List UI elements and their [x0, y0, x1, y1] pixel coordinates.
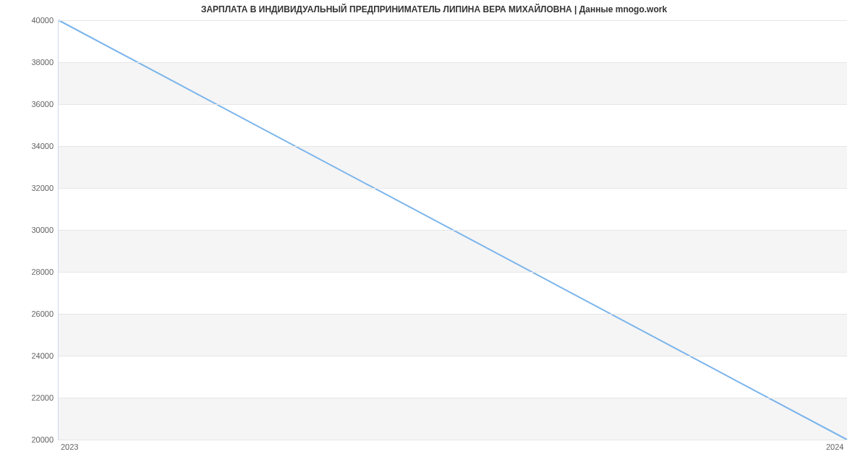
x-tick-label: 2024	[826, 443, 843, 451]
x-tick-label: 2023	[61, 443, 78, 451]
gridline	[59, 356, 847, 356]
y-tick-label: 20000	[17, 435, 54, 444]
gridline	[59, 230, 847, 231]
salary-line-chart: ЗАРПЛАТА В ИНДИВИДУАЛЬНЫЙ ПРЕДПРИНИМАТЕЛ…	[0, 0, 868, 470]
gridline	[59, 272, 847, 273]
gridline	[59, 398, 847, 398]
chart-title: ЗАРПЛАТА В ИНДИВИДУАЛЬНЫЙ ПРЕДПРИНИМАТЕЛ…	[0, 4, 868, 14]
y-tick-label: 40000	[17, 16, 54, 25]
gridline	[59, 314, 847, 315]
gridline	[59, 146, 847, 147]
y-tick-label: 30000	[17, 226, 54, 234]
gridline	[59, 62, 847, 63]
gridline	[59, 440, 847, 440]
plot-area	[58, 20, 847, 440]
y-tick-label: 34000	[17, 142, 54, 150]
gridline	[59, 188, 847, 189]
y-tick-label: 28000	[17, 268, 54, 276]
y-tick-label: 38000	[17, 58, 54, 67]
y-tick-label: 32000	[17, 184, 54, 192]
gridline	[59, 104, 847, 105]
gridline	[59, 20, 847, 21]
y-tick-label: 22000	[17, 393, 54, 402]
y-tick-label: 36000	[17, 100, 54, 108]
y-tick-label: 24000	[17, 351, 54, 360]
y-tick-label: 26000	[17, 309, 54, 318]
